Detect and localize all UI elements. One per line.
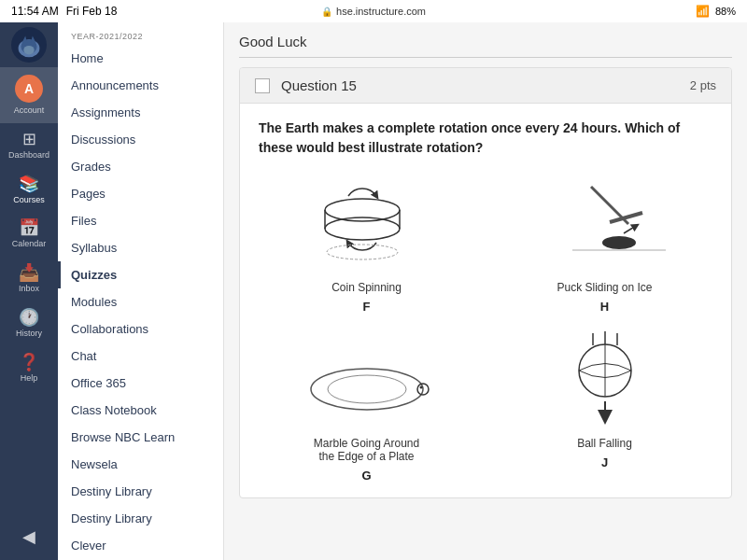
answer-grid: Coin Spinning F: [259, 173, 712, 483]
calendar-label: Calendar: [12, 239, 47, 249]
sidebar-item-dashboard[interactable]: ⊞ Dashboard: [0, 123, 58, 168]
url-display: hse.instructure.com: [336, 6, 426, 17]
course-nav-syllabus[interactable]: Syllabus: [58, 234, 223, 261]
course-nav-announcements[interactable]: Announcements: [58, 72, 223, 99]
svg-point-21: [419, 386, 422, 389]
question-title: Question 15: [281, 77, 357, 93]
answer-f-letter: F: [363, 300, 371, 314]
marble-plate-drawing: [297, 333, 437, 427]
course-nav-chat[interactable]: Chat: [58, 343, 223, 370]
account-label: Account: [14, 105, 45, 116]
sidebar-item-calendar[interactable]: 📅 Calendar: [0, 212, 58, 257]
svg-point-14: [602, 236, 636, 249]
app-logo: [10, 26, 48, 63]
history-icon: 🕐: [19, 309, 39, 326]
course-year: YEAR-2021/2022: [58, 22, 223, 45]
question-header: Question 15 2 pts: [240, 68, 731, 104]
time-display: 11:54 AM: [11, 5, 59, 18]
main-content: Good Luck Question 15 2 pts The Earth ma…: [224, 22, 747, 560]
wifi-icon: 📶: [696, 5, 710, 18]
dashboard-label: Dashboard: [8, 150, 49, 161]
lock-icon: 🔒: [321, 7, 332, 17]
sidebar-item-account[interactable]: A Account: [0, 67, 58, 123]
answer-j-letter: J: [601, 455, 608, 469]
svg-point-10: [327, 245, 398, 259]
sidebar-item-courses[interactable]: 📚 Courses: [0, 168, 58, 213]
question-header-left: Question 15: [255, 77, 357, 93]
course-nav-home[interactable]: Home: [58, 45, 223, 72]
answer-g-image: [292, 329, 442, 431]
svg-point-19: [328, 375, 406, 403]
svg-line-15: [624, 226, 636, 233]
question-checkbox[interactable]: [255, 78, 270, 93]
question-points: 2 pts: [690, 78, 716, 92]
icon-nav: A Account ⊞ Dashboard 📚 Courses 📅 Calend…: [0, 22, 58, 560]
help-label: Help: [21, 373, 38, 384]
app-container: A Account ⊞ Dashboard 📚 Courses 📅 Calend…: [0, 22, 747, 560]
history-label: History: [16, 329, 42, 339]
logo-icon: [11, 27, 47, 63]
collapse-icon: ◀: [22, 528, 35, 545]
question-body: The Earth makes a complete rotation once…: [240, 104, 731, 497]
battery-display: 88%: [715, 6, 736, 17]
sidebar-item-inbox[interactable]: 📥 Inbox: [0, 257, 58, 301]
answer-h-label: Puck Sliding on Ice: [557, 281, 652, 294]
answer-f-image: [292, 173, 442, 275]
help-icon: ❓: [19, 354, 39, 371]
good-luck-text: Good Luck: [239, 34, 732, 58]
avatar: A: [15, 75, 43, 103]
date-display: Fri Feb 18: [66, 5, 118, 18]
course-nav-destiny2[interactable]: Destiny Library: [58, 505, 223, 532]
course-nav-discussions[interactable]: Discussions: [58, 126, 223, 153]
course-nav-pages[interactable]: Pages: [58, 180, 223, 207]
courses-icon: 📚: [19, 175, 39, 192]
course-nav-files[interactable]: Files: [58, 207, 223, 234]
dashboard-icon: ⊞: [22, 131, 36, 147]
answer-g[interactable]: Marble Going Aroundthe Edge of a Plate G: [259, 329, 474, 483]
course-nav-collaborations[interactable]: Collaborations: [58, 315, 223, 343]
answer-j[interactable]: Ball Falling J: [497, 329, 712, 483]
answer-g-label: Marble Going Aroundthe Edge of a Plate: [314, 437, 419, 463]
courses-label: Courses: [13, 195, 45, 205]
course-nav-modules[interactable]: Modules: [58, 288, 223, 315]
course-nav-destiny1[interactable]: Destiny Library: [58, 478, 223, 505]
course-nav: YEAR-2021/2022 Home Announcements Assign…: [58, 22, 224, 560]
answer-h[interactable]: Puck Sliding on Ice H: [497, 173, 712, 314]
course-nav-assignments[interactable]: Assignments: [58, 99, 223, 126]
sidebar-item-collapse[interactable]: ◀: [0, 521, 58, 553]
answer-h-image: [530, 173, 680, 275]
course-nav-classnotebook[interactable]: Class Notebook: [58, 397, 223, 424]
question-text: The Earth makes a complete rotation once…: [259, 119, 712, 158]
course-nav-grades[interactable]: Grades: [58, 153, 223, 180]
coin-spinning-drawing: [297, 177, 437, 271]
puck-sliding-drawing: [535, 177, 675, 271]
course-nav-clever[interactable]: Clever: [58, 532, 223, 559]
calendar-icon: 📅: [19, 219, 39, 236]
course-nav-quizzes[interactable]: Quizzes: [58, 261, 223, 288]
answer-f[interactable]: Coin Spinning F: [259, 173, 474, 314]
ball-falling-drawing: [535, 329, 675, 431]
svg-point-5: [23, 46, 34, 55]
answer-f-label: Coin Spinning: [331, 281, 402, 294]
sidebar-item-help[interactable]: ❓ Help: [0, 346, 58, 391]
question-card: Question 15 2 pts The Earth makes a comp…: [239, 67, 732, 498]
sidebar-item-history[interactable]: 🕐 History: [0, 301, 58, 346]
status-bar: 11:54 AM Fri Feb 18 🔒 hse.instructure.co…: [0, 0, 747, 22]
course-nav-newsela[interactable]: Newsela: [58, 451, 223, 478]
course-nav-office365[interactable]: Office 365: [58, 370, 223, 397]
course-nav-browsenbc[interactable]: Browse NBC Learn: [58, 424, 223, 451]
answer-j-image: [530, 329, 680, 431]
answer-h-letter: H: [600, 300, 609, 314]
answer-g-letter: G: [361, 469, 371, 483]
inbox-label: Inbox: [19, 284, 39, 294]
inbox-icon: 📥: [19, 264, 39, 281]
answer-j-label: Ball Falling: [577, 437, 632, 450]
